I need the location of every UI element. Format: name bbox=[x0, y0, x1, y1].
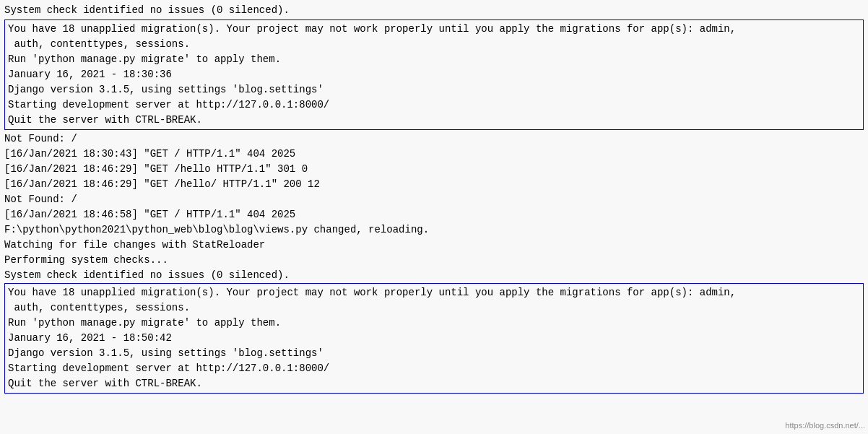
middle-line-2: [16/Jan/2021 18:46:29] "GET /hello HTTP/… bbox=[4, 162, 864, 177]
middle-line-5: [16/Jan/2021 18:46:58] "GET / HTTP/1.1" … bbox=[4, 207, 864, 222]
section2-line-6: Starting development server at http://12… bbox=[8, 361, 860, 376]
section1-line-1: You have 18 unapplied migration(s). Your… bbox=[8, 22, 860, 37]
section1-line-5: Django version 3.1.5, using settings 'bl… bbox=[8, 82, 860, 97]
middle-line-10: System check identified no issues (0 sil… bbox=[4, 268, 864, 283]
middle-line-8: Performing system checks... bbox=[4, 253, 864, 268]
section1-line-6: Starting development server at http://12… bbox=[8, 97, 860, 113]
section-1: You have 18 unapplied migration(s). Your… bbox=[4, 19, 864, 130]
middle-log-lines: Not Found: /[16/Jan/2021 18:30:43] "GET … bbox=[4, 131, 864, 283]
middle-line-6: F:\python\python2021\python_web\blog\blo… bbox=[4, 222, 864, 238]
section2-line-5: Django version 3.1.5, using settings 'bl… bbox=[8, 346, 860, 361]
section-2: You have 18 unapplied migration(s). Your… bbox=[4, 283, 864, 394]
section2-line-4: January 16, 2021 - 18:50:42 bbox=[8, 331, 860, 346]
terminal-window: System check identified no issues (0 sil… bbox=[0, 0, 868, 434]
section1-line-4: January 16, 2021 - 18:30:36 bbox=[8, 67, 860, 82]
section2-line-2: auth, contenttypes, sessions. bbox=[8, 300, 860, 316]
section2-line-3: Run 'python manage.py migrate' to apply … bbox=[8, 316, 860, 331]
section2-line-7: Quit the server with CTRL-BREAK. bbox=[8, 376, 860, 391]
section2-line-1: You have 18 unapplied migration(s). Your… bbox=[8, 285, 860, 300]
middle-line-4: Not Found: / bbox=[4, 192, 864, 207]
middle-line-0: Not Found: / bbox=[4, 131, 864, 147]
section1-line-2: auth, contenttypes, sessions. bbox=[8, 37, 860, 52]
middle-line-7: Watching for file changes with StatReloa… bbox=[4, 238, 864, 253]
watermark: https://blog.csdn.net/... bbox=[785, 420, 865, 432]
section1-line-3: Run 'python manage.py migrate' to apply … bbox=[8, 52, 860, 67]
middle-line-1: [16/Jan/2021 18:30:43] "GET / HTTP/1.1" … bbox=[4, 147, 864, 162]
middle-line-3: [16/Jan/2021 18:46:29] "GET /hello/ HTTP… bbox=[4, 177, 864, 192]
top-system-check-line: System check identified no issues (0 sil… bbox=[4, 3, 864, 18]
section1-line-7: Quit the server with CTRL-BREAK. bbox=[8, 113, 860, 128]
